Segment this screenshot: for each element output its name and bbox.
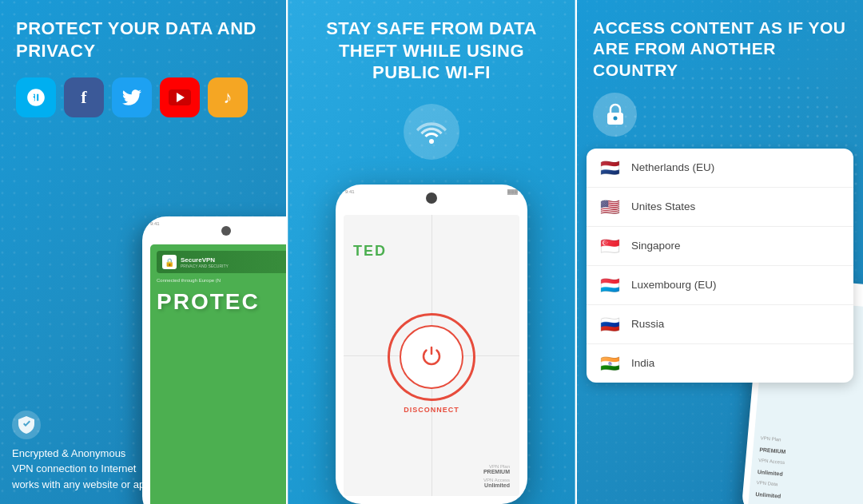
panel-country: ACCESS CONTENT AS IF YOU ARE FROM ANOTHE…: [577, 0, 863, 504]
netherlands-name: Netherlands (EU): [631, 161, 714, 173]
vpn-plan-value: PREMIUM: [759, 446, 786, 454]
country-item-netherlands[interactable]: 🇳🇱 Netherlands (EU): [587, 149, 853, 188]
country-item-us[interactable]: 🇺🇸 Unites States: [587, 188, 853, 227]
lock-icon: [593, 93, 637, 137]
facebook-icon[interactable]: f: [64, 77, 104, 117]
music-icon[interactable]: ♪: [208, 77, 248, 117]
vpn-plan-label: VPN Plan: [760, 435, 786, 442]
youtube-icon[interactable]: [160, 77, 200, 117]
country-item-india[interactable]: 🇮🇳 India: [587, 344, 853, 383]
panel1-bottom: Encrypted & Anonymous VPN connection to …: [12, 411, 150, 493]
panel2-title: STAY SAFE FROM DATA THEFT WHILE USING PU…: [288, 0, 575, 92]
singapore-name: Singapore: [631, 240, 681, 252]
vpn-data-value: Unlimited: [755, 491, 781, 499]
phone-mockup-center: 9:41 ▓▓▓ TED: [336, 185, 527, 504]
panel1-title: PROTECT YOUR DATA AND PRIVACY: [0, 0, 286, 69]
twitter-icon[interactable]: [112, 77, 152, 117]
panel-wifi: STAY SAFE FROM DATA THEFT WHILE USING PU…: [288, 0, 575, 504]
wifi-icon: [404, 104, 459, 160]
country-item-singapore[interactable]: 🇸🇬 Singapore: [587, 227, 853, 266]
country-list: 🇳🇱 Netherlands (EU) 🇺🇸 Unites States 🇸🇬 …: [587, 149, 853, 383]
russia-name: Russia: [631, 318, 664, 330]
netherlands-flag: 🇳🇱: [598, 156, 622, 180]
singapore-flag: 🇸🇬: [598, 234, 622, 258]
vpn-logo: SecureVPN: [181, 256, 229, 264]
lock-icon-container: [577, 89, 863, 145]
vpn-connected: Connected through Europe (N: [157, 278, 286, 283]
country-item-luxembourg[interactable]: 🇱🇺 Luxembourg (EU): [587, 266, 853, 305]
country-item-russia[interactable]: 🇷🇺 Russia: [587, 305, 853, 344]
vpn-protected-text: PROTEC: [157, 289, 286, 315]
shield-icon: [12, 411, 41, 439]
luxembourg-name: Luxembourg (EU): [631, 279, 717, 291]
social-icons-row: S f ♪: [0, 69, 286, 125]
panel-protect: PROTECT YOUR DATA AND PRIVACY S f ♪: [0, 0, 286, 504]
protected-label: TED: [353, 243, 387, 260]
vpn-subtitle: PRIVACY AND SECURITY: [181, 264, 229, 268]
svg-text:S: S: [28, 92, 35, 104]
wifi-icon-container: [288, 92, 575, 172]
skype-icon[interactable]: S: [16, 77, 56, 117]
power-button[interactable]: [388, 313, 475, 401]
svg-point-12: [613, 117, 617, 121]
vpn-data-label: VPN Data: [756, 480, 781, 487]
luxembourg-flag: 🇱🇺: [598, 273, 622, 297]
panel3-title: ACCESS CONTENT AS IF YOU ARE FROM ANOTHE…: [577, 0, 863, 89]
svg-point-7: [429, 139, 434, 144]
phone-mockup-left: 9:41 ▓▓▓ 🔒 SecureVPN PRIVACY AND SECURIT…: [142, 216, 286, 504]
india-flag: 🇮🇳: [598, 351, 622, 375]
russia-flag: 🇷🇺: [598, 312, 622, 336]
us-name: Unites States: [631, 200, 695, 212]
us-flag: 🇺🇸: [598, 195, 622, 219]
vpn-access-label: VPN Access: [758, 458, 785, 465]
vpn-access-value: Unlimited: [758, 469, 783, 477]
india-name: India: [631, 357, 654, 369]
